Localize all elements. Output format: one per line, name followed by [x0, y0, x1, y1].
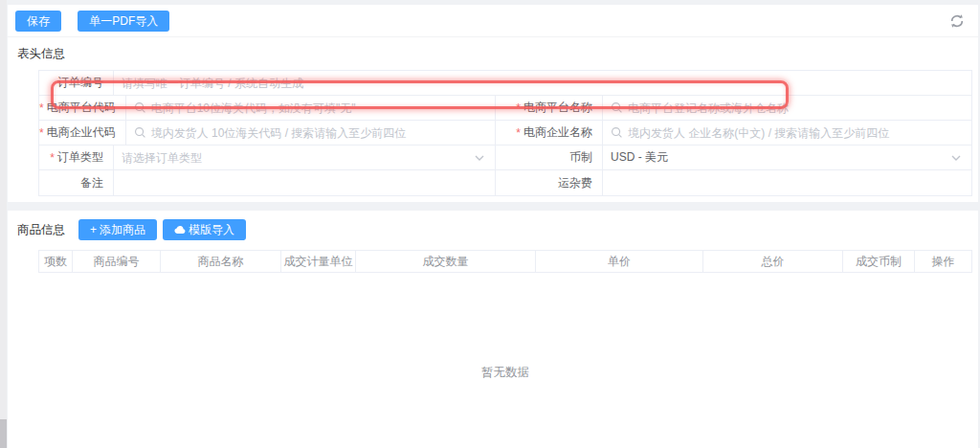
remark-input[interactable]	[122, 176, 487, 190]
cloud-upload-icon	[174, 223, 186, 236]
products-section-header: 商品信息 +添加商品 模版导入	[8, 217, 978, 248]
products-table-header: 项数 商品编号 商品名称 成交计量单位 成交数量 单价 总价 成交币制 操作	[38, 250, 972, 273]
currency-label: 币制	[496, 146, 603, 169]
platform-code-label: * 电商平台代码	[39, 96, 126, 120]
search-icon	[134, 101, 146, 114]
form-row-type-currency: * 订单类型 币制	[39, 146, 971, 170]
chevron-down-icon	[474, 152, 485, 167]
products-table: 项数 商品编号 商品名称 成交计量单位 成交数量 单价 总价 成交币制 操作 暂…	[38, 250, 972, 448]
freight-input[interactable]	[611, 176, 964, 190]
plus-icon: +	[90, 223, 97, 236]
form-row-order-no: 订单编号	[39, 71, 971, 96]
order-type-input[interactable]	[122, 151, 487, 165]
col-header-index: 项数	[39, 251, 73, 272]
col-header-unit: 成交计量单位	[281, 251, 356, 272]
order-type-select[interactable]	[114, 146, 495, 169]
form-row-platform: * 电商平台代码 * 电商平台名称	[39, 96, 971, 121]
platform-name-label: * 电商平台名称	[496, 96, 603, 120]
platform-code-input[interactable]	[151, 101, 487, 115]
remark-label: 备注	[39, 170, 114, 195]
pdf-import-button[interactable]: 单一PDF导入	[78, 11, 169, 32]
col-header-qty: 成交数量	[356, 251, 536, 272]
col-header-price: 单价	[536, 251, 703, 272]
required-mark: *	[39, 126, 44, 140]
required-mark: *	[50, 151, 55, 165]
order-no-input[interactable]	[122, 77, 964, 90]
header-info-form: 订单编号 * 电商平台代码	[38, 70, 972, 196]
search-icon	[611, 101, 623, 114]
products-card: 商品信息 +添加商品 模版导入 项数 商品编号 商品名称 成交计量单位 成交数量…	[8, 211, 978, 448]
freight-label: 运杂费	[496, 170, 603, 195]
toolbar: 保存 单一PDF导入	[8, 5, 978, 37]
empty-state-text: 暂无数据	[481, 365, 529, 381]
products-title: 商品信息	[17, 222, 65, 238]
form-row-enterprise: * 电商企业代码 * 电商企业名称	[39, 121, 971, 146]
left-scrollbar-track	[0, 0, 7, 448]
products-table-empty-body: 暂无数据	[38, 273, 972, 448]
currency-input[interactable]	[611, 151, 964, 165]
enterprise-code-label: * 电商企业代码	[39, 121, 126, 145]
col-header-item-name: 商品名称	[161, 251, 281, 272]
required-mark: *	[39, 101, 44, 115]
template-import-button[interactable]: 模版导入	[163, 219, 246, 240]
main-content: 保存 单一PDF导入 表头信息 订单编号	[8, 5, 978, 448]
order-no-label: 订单编号	[39, 71, 114, 95]
col-header-actions: 操作	[915, 251, 971, 272]
chevron-down-icon	[950, 152, 962, 167]
form-row-remark-freight: 备注 运杂费	[39, 170, 971, 195]
section-gap	[8, 202, 978, 211]
left-scrollbar-thumb[interactable]	[0, 419, 7, 448]
enterprise-code-input[interactable]	[151, 126, 487, 140]
col-header-total: 总价	[703, 251, 843, 272]
header-info-title: 表头信息	[8, 37, 978, 70]
col-header-item-no: 商品编号	[73, 251, 161, 272]
search-icon	[611, 126, 623, 139]
refresh-icon[interactable]	[949, 13, 965, 29]
order-form-card: 保存 单一PDF导入 表头信息 订单编号	[8, 5, 978, 202]
currency-select[interactable]	[603, 146, 971, 169]
enterprise-name-input[interactable]	[628, 126, 964, 140]
required-mark: *	[516, 126, 521, 140]
search-icon	[134, 126, 146, 139]
enterprise-name-label: * 电商企业名称	[496, 121, 603, 145]
order-type-label: * 订单类型	[39, 146, 114, 169]
platform-name-input[interactable]	[628, 101, 964, 115]
col-header-currency: 成交币制	[843, 251, 915, 272]
required-mark: *	[516, 101, 521, 115]
save-button[interactable]: 保存	[15, 11, 61, 32]
add-product-button[interactable]: +添加商品	[78, 219, 157, 240]
